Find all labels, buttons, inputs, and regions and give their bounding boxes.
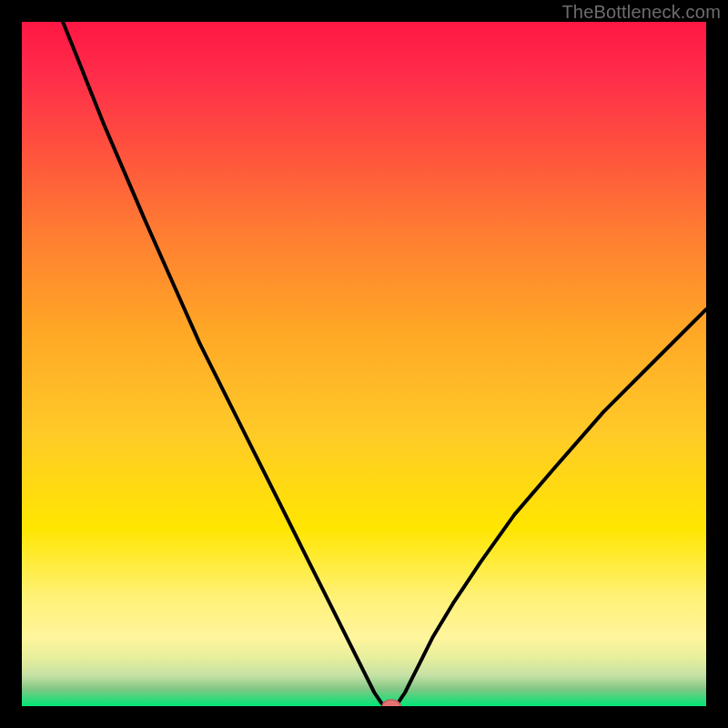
chart-frame: TheBottleneck.com xyxy=(0,0,728,728)
gradient-background xyxy=(22,22,706,706)
bottleneck-chart-svg xyxy=(22,22,706,706)
plot-area xyxy=(22,22,706,706)
watermark-text: TheBottleneck.com xyxy=(561,2,721,23)
